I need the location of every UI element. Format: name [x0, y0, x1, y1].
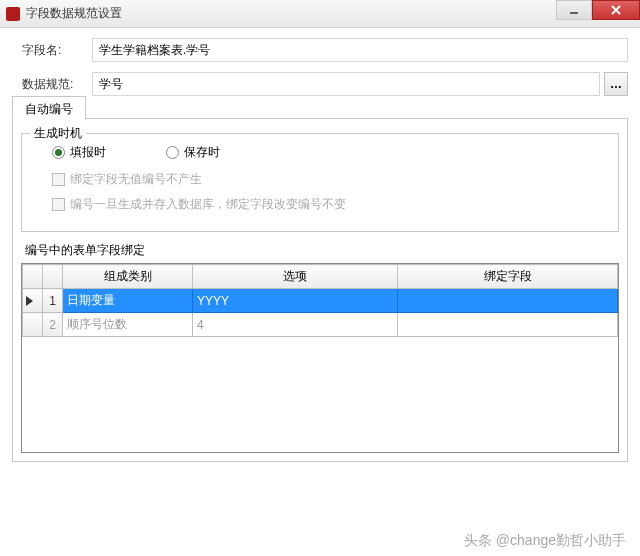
row-marker-cell [23, 289, 43, 313]
cell-type[interactable]: 顺序号位数 [63, 313, 193, 337]
watermark: 头条 @change勤哲小助手 [464, 532, 626, 550]
row-marker-cell [23, 313, 43, 337]
label-field-name: 字段名: [12, 42, 92, 59]
tab-auto-number[interactable]: 自动编号 [12, 96, 86, 120]
col-type[interactable]: 组成类别 [63, 265, 193, 289]
label-data-spec: 数据规范: [12, 76, 92, 93]
grid-row[interactable]: 1 日期变量 YYYY [23, 289, 618, 313]
window-title: 字段数据规范设置 [26, 5, 556, 22]
row-number: 1 [43, 289, 63, 313]
close-button[interactable] [592, 0, 640, 20]
row-field-name: 字段名: 学生学籍档案表.学号 [12, 38, 628, 62]
radio-on-save[interactable]: 保存时 [166, 144, 220, 161]
col-bind[interactable]: 绑定字段 [398, 265, 618, 289]
binding-section-label: 编号中的表单字段绑定 [25, 242, 619, 259]
binding-grid[interactable]: 组成类别 选项 绑定字段 1 日期变量 YYYY 2 [22, 264, 618, 337]
cell-bind[interactable] [398, 289, 618, 313]
browse-button[interactable]: … [604, 72, 628, 96]
minimize-icon [569, 5, 579, 15]
col-rownum [43, 265, 63, 289]
minimize-button[interactable] [556, 0, 592, 20]
app-icon [6, 7, 20, 21]
row-number: 2 [43, 313, 63, 337]
checkbox-icon [52, 173, 65, 186]
row-data-spec: 数据规范: … [12, 72, 628, 96]
tab-panel: 自动编号 生成时机 填报时 保存时 绑定字段无值编号不产生 编号一旦生成并存 [12, 118, 628, 462]
window-body: 字段名: 学生学籍档案表.学号 数据规范: … 自动编号 生成时机 填报时 保存… [0, 28, 640, 472]
close-icon [611, 5, 621, 15]
radio-row-timing: 填报时 保存时 [52, 144, 608, 161]
grid-row[interactable]: 2 顺序号位数 4 [23, 313, 618, 337]
value-field-name: 学生学籍档案表.学号 [92, 38, 628, 62]
title-bar: 字段数据规范设置 [0, 0, 640, 28]
radio-on-save-label: 保存时 [184, 144, 220, 161]
radio-icon [166, 146, 179, 159]
radio-icon [52, 146, 65, 159]
radio-on-fill[interactable]: 填报时 [52, 144, 106, 161]
col-option[interactable]: 选项 [193, 265, 398, 289]
checkbox-nobind[interactable]: 绑定字段无值编号不产生 [52, 171, 608, 188]
window-controls [556, 0, 640, 27]
binding-grid-wrap: 组成类别 选项 绑定字段 1 日期变量 YYYY 2 [21, 263, 619, 453]
checkbox-storefix[interactable]: 编号一旦生成并存入数据库，绑定字段改变编号不变 [52, 196, 608, 213]
radio-on-fill-label: 填报时 [70, 144, 106, 161]
cell-option[interactable]: YYYY [193, 289, 398, 313]
col-marker [23, 265, 43, 289]
grid-header-row: 组成类别 选项 绑定字段 [23, 265, 618, 289]
input-data-spec[interactable] [92, 72, 600, 96]
cell-option[interactable]: 4 [193, 313, 398, 337]
checkbox-icon [52, 198, 65, 211]
legend-timing: 生成时机 [30, 125, 86, 142]
cell-type[interactable]: 日期变量 [63, 289, 193, 313]
cell-bind[interactable] [398, 313, 618, 337]
row-marker-icon [26, 296, 33, 306]
checkbox-storefix-label: 编号一旦生成并存入数据库，绑定字段改变编号不变 [70, 196, 346, 213]
fieldset-timing: 生成时机 填报时 保存时 绑定字段无值编号不产生 编号一旦生成并存入数据库，绑定… [21, 133, 619, 232]
checkbox-nobind-label: 绑定字段无值编号不产生 [70, 171, 202, 188]
